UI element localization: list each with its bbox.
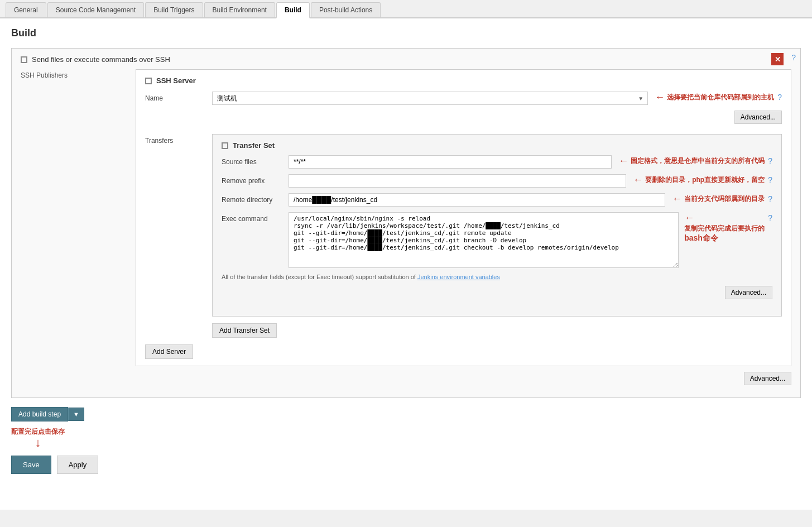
ssh-publishers-label: SSH Publishers (21, 69, 71, 79)
tab-scm[interactable]: Source Code Management (47, 2, 144, 17)
add-build-step-dropdown[interactable]: ▼ (68, 408, 84, 421)
exec-command-annotation-container: ← 复制完代码完成后要执行的 bash命令 (684, 212, 765, 243)
transfer-set-label: Transfer Set (233, 141, 275, 150)
transfer-set-container: Transfer Set Source files ← 固定格式，意思是仓库中当… (212, 134, 782, 338)
add-server-button[interactable]: Add Server (145, 344, 193, 359)
section-help-icon[interactable]: ? (791, 53, 796, 62)
remove-prefix-row: Remove prefix ← 要删除的目录，php直接更新就好，留空 ? (222, 174, 772, 188)
name-row: Name 测试机 ← 选择要把当前仓库代码部属到的主机 ? (145, 92, 782, 105)
section-header: Send files or execute commands over SSH (21, 55, 791, 64)
add-transfer-set-button[interactable]: Add Transfer Set (212, 323, 277, 338)
exec-command-help-icon[interactable]: ? (768, 212, 772, 222)
transfer-set-box: Transfer Set Source files ← 固定格式，意思是仓库中当… (212, 134, 782, 317)
name-help-icon[interactable]: ? (777, 92, 782, 102)
bottom-buttons-row: Save Apply (11, 453, 801, 476)
ssh-server-box: SSH Server Name 测试机 ← 选择要把当前仓库代码部属到的主机 ? (136, 69, 791, 366)
transfer-set-icon (222, 142, 228, 149)
exec-command-label: Exec command (222, 212, 289, 223)
ssh-server-label: SSH Server (156, 76, 196, 85)
add-build-step-row: Add build step ▼ (11, 407, 801, 421)
add-build-wrapper: Add build step ▼ (11, 407, 84, 421)
remote-directory-help-icon[interactable]: ? (768, 193, 772, 203)
add-build-step-button[interactable]: Add build step (11, 407, 68, 421)
remove-prefix-input[interactable] (289, 174, 626, 188)
remote-directory-label: Remote directory (222, 193, 289, 204)
advanced-transfer-row: Advanced... (222, 286, 772, 305)
transfers-row: Transfers Transfer Set Source files (145, 134, 782, 338)
tab-build-triggers[interactable]: Build Triggers (145, 2, 203, 17)
save-annotation-text-col: 配置完后点击保存 ↓ (11, 427, 65, 449)
tabs-bar: General Source Code Management Build Tri… (0, 0, 812, 18)
close-button[interactable]: ✕ (771, 53, 784, 65)
exec-command-annotation2: bash命令 (684, 233, 765, 243)
source-files-annotation: ← 固定格式，意思是仓库中当前分支的所有代码 (618, 155, 765, 167)
ssh-publishers-row: SSH Publishers SSH Server Name 测试机 (21, 69, 791, 366)
source-files-label: Source files (222, 155, 289, 166)
remove-prefix-help-icon[interactable]: ? (768, 174, 772, 184)
section-icon (21, 56, 27, 63)
remote-directory-input[interactable] (289, 193, 665, 207)
advanced-transfer-button[interactable]: Advanced... (725, 286, 772, 299)
remote-directory-row: Remote directory ← 当前分支代码部属到的目录 ? (222, 193, 772, 207)
name-label: Name (145, 92, 212, 102)
exec-command-row: Exec command /usr/local/nginx/sbin/nginx… (222, 212, 772, 268)
name-select[interactable]: 测试机 (212, 92, 648, 105)
jenkins-env-link[interactable]: Jenkins environment variables (417, 274, 500, 280)
advanced-row-top: Advanced... (145, 111, 782, 130)
transfers-label: Transfers (145, 134, 212, 145)
add-transfer-set-row: Add Transfer Set (212, 323, 782, 338)
advanced-button-top[interactable]: Advanced... (734, 111, 782, 124)
tab-general[interactable]: General (6, 2, 46, 17)
note-text: All of the transfer fields (except for E… (222, 274, 772, 280)
save-annotation-arrow: ↓ (35, 437, 41, 449)
tab-build-environment[interactable]: Build Environment (204, 2, 275, 17)
save-button[interactable]: Save (11, 456, 51, 474)
save-annotation-row: 配置完后点击保存 ↓ (11, 427, 801, 449)
remote-directory-annotation: ← 当前分支代码部属到的目录 (672, 193, 765, 205)
source-files-row: Source files ← 固定格式，意思是仓库中当前分支的所有代码 ? (222, 155, 772, 169)
remove-prefix-label: Remove prefix (222, 174, 289, 185)
name-select-wrapper: 测试机 (212, 92, 648, 105)
send-ssh-section: ✕ ? Send files or execute commands over … (11, 48, 801, 398)
exec-command-textarea[interactable]: /usr/local/nginx/sbin/nginx -s reload rs… (289, 212, 679, 268)
main-content: Build ✕ ? Send files or execute commands… (0, 18, 812, 510)
apply-button[interactable]: Apply (57, 456, 99, 474)
exec-command-annotation1: 复制完代码完成后要执行的 (684, 224, 765, 233)
add-server-row: Add Server (145, 344, 782, 359)
remove-prefix-annotation: ← 要删除的目录，php直接更新就好，留空 (633, 174, 765, 186)
page-title: Build (11, 27, 801, 39)
section-title: Send files or execute commands over SSH (32, 55, 170, 64)
source-files-input[interactable] (289, 155, 612, 169)
ssh-server-icon (145, 78, 152, 84)
source-files-help-icon[interactable]: ? (768, 155, 772, 165)
transfer-set-header: Transfer Set (222, 141, 772, 150)
tab-post-build[interactable]: Post-build Actions (311, 2, 381, 17)
advanced-bottom-button[interactable]: Advanced... (744, 372, 791, 385)
name-annotation: ← 选择要把当前仓库代码部属到的主机 (655, 92, 774, 103)
bottom-advanced-row: Advanced... (21, 372, 791, 391)
ssh-server-header: SSH Server (145, 76, 782, 85)
tab-build[interactable]: Build (276, 2, 310, 18)
